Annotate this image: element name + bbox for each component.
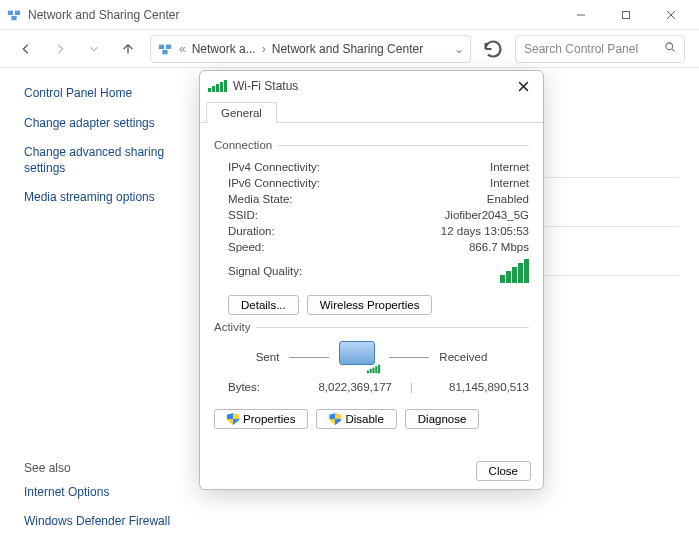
ipv6-label: IPv6 Connectivity: <box>228 177 320 189</box>
breadcrumb[interactable]: « Network a... › Network and Sharing Cen… <box>150 35 471 63</box>
svg-rect-9 <box>162 49 167 53</box>
sidebar-media[interactable]: Media streaming options <box>24 190 181 206</box>
app-icon <box>6 7 22 23</box>
speed-value: 866.7 Mbps <box>469 241 529 253</box>
signal-bars-icon <box>208 80 227 92</box>
bytes-sent-value: 8,022,369,177 <box>280 381 406 393</box>
ssid-label: SSID: <box>228 209 258 221</box>
svg-point-10 <box>666 43 673 50</box>
search-icon <box>664 41 676 56</box>
seealso-header: See also <box>24 461 181 475</box>
close-button[interactable]: Close <box>476 461 531 481</box>
dialog-close-button[interactable] <box>511 74 535 98</box>
activity-line <box>289 357 329 358</box>
tab-general[interactable]: General <box>206 102 277 123</box>
details-button[interactable]: Details... <box>228 295 299 315</box>
ipv4-label: IPv4 Connectivity: <box>228 161 320 173</box>
recent-dropdown[interactable] <box>82 37 106 61</box>
breadcrumb-icon <box>157 41 173 57</box>
duration-label: Duration: <box>228 225 275 237</box>
received-label: Received <box>439 351 487 363</box>
maximize-button[interactable] <box>603 1 648 29</box>
sidebar-inetopt[interactable]: Internet Options <box>24 485 181 501</box>
breadcrumb-item[interactable]: Network and Sharing Center <box>272 42 423 56</box>
svg-rect-8 <box>166 44 171 48</box>
svg-rect-2 <box>11 15 16 19</box>
chevron-down-icon[interactable]: ⌄ <box>454 42 464 56</box>
wifi-status-dialog: Wi-Fi Status General Connection IPv4 Con… <box>199 70 544 490</box>
signal-quality-icon <box>500 259 529 283</box>
navbar: « Network a... › Network and Sharing Cen… <box>0 30 699 68</box>
search-input[interactable]: Search Control Panel <box>515 35 685 63</box>
chevron-right-icon: › <box>262 42 266 56</box>
sent-label: Sent <box>256 351 280 363</box>
signal-quality-label: Signal Quality: <box>228 265 302 277</box>
close-button[interactable] <box>648 1 693 29</box>
media-state-label: Media State: <box>228 193 293 205</box>
ssid-value: Jiofiber2043_5G <box>445 209 529 221</box>
breadcrumb-item[interactable]: Network a... <box>192 42 256 56</box>
bytes-received-value: 81,145,890,513 <box>417 381 529 393</box>
sidebar-home[interactable]: Control Panel Home <box>24 86 181 102</box>
ipv4-value: Internet <box>490 161 529 173</box>
dialog-titlebar: Wi-Fi Status <box>200 71 543 101</box>
dialog-tabs: General <box>200 101 543 123</box>
ipv6-value: Internet <box>490 177 529 189</box>
back-button[interactable] <box>14 37 38 61</box>
window-titlebar: Network and Sharing Center <box>0 0 699 30</box>
sidebar-adapter[interactable]: Change adapter settings <box>24 116 181 132</box>
monitor-icon <box>339 341 379 373</box>
bytes-label: Bytes: <box>228 381 280 393</box>
forward-button[interactable] <box>48 37 72 61</box>
media-state-value: Enabled <box>487 193 529 205</box>
svg-rect-7 <box>159 44 164 48</box>
refresh-button[interactable] <box>481 37 505 61</box>
dialog-title: Wi-Fi Status <box>233 79 505 93</box>
up-button[interactable] <box>116 37 140 61</box>
window-title: Network and Sharing Center <box>28 8 558 22</box>
activity-line <box>389 357 429 358</box>
minimize-button[interactable] <box>558 1 603 29</box>
svg-line-11 <box>672 49 675 52</box>
activity-section: Activity <box>214 321 529 333</box>
properties-button[interactable]: Properties <box>214 409 308 429</box>
disable-button[interactable]: Disable <box>316 409 396 429</box>
breadcrumb-sep-icon: « <box>179 42 186 56</box>
bytes-divider: | <box>406 381 417 393</box>
sidebar-advanced[interactable]: Change advanced sharing settings <box>24 145 181 176</box>
search-placeholder: Search Control Panel <box>524 42 658 56</box>
sidebar-firewall[interactable]: Windows Defender Firewall <box>24 514 181 530</box>
duration-value: 12 days 13:05:53 <box>441 225 529 237</box>
wireless-properties-button[interactable]: Wireless Properties <box>307 295 433 315</box>
svg-rect-0 <box>8 10 13 14</box>
svg-rect-4 <box>622 11 629 18</box>
connection-section: Connection <box>214 139 529 151</box>
sidebar: Control Panel Home Change adapter settin… <box>0 68 195 554</box>
diagnose-button[interactable]: Diagnose <box>405 409 480 429</box>
speed-label: Speed: <box>228 241 264 253</box>
svg-rect-1 <box>15 10 20 14</box>
